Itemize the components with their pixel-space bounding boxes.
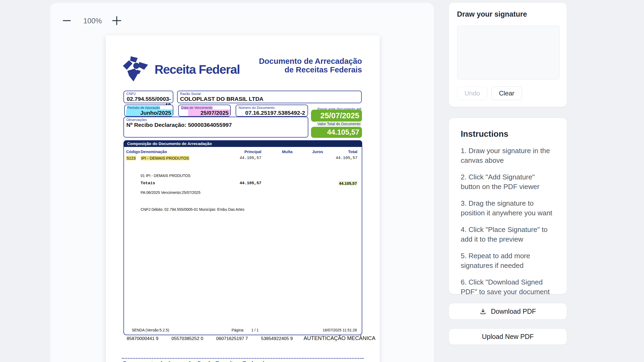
zoom-out-button[interactable] — [61, 15, 73, 27]
plus-icon — [111, 15, 122, 27]
instruction-item: 4. Click "Place Signature" to add it to … — [461, 225, 555, 244]
receita-federal-logo-icon — [120, 56, 152, 84]
table-row-total: 44.105,57 — [336, 156, 357, 160]
undo-button[interactable]: Undo — [457, 87, 487, 100]
footer-app-version: SENDA (Versão:5.2.5) — [132, 328, 169, 332]
minus-icon — [62, 16, 71, 26]
totals-label: Totais — [141, 181, 155, 186]
field-label: Data de Vencimento — [181, 106, 230, 110]
column-header: Código — [126, 149, 140, 154]
pay-until-badge: 25/07/2025 — [311, 110, 362, 122]
document-title: Documento de Arrecadação de Receitas Fed… — [259, 57, 362, 74]
footer-page-number: Página:1 / 1 — [232, 328, 259, 332]
instructions-title: Instructions — [461, 129, 555, 139]
column-header: Multa — [282, 149, 292, 154]
column-header: Principal — [244, 149, 261, 154]
field-value: 07.16.25197.5385492-2 — [236, 110, 308, 116]
download-icon — [480, 308, 486, 315]
table-row-denominacao: IPI - DEMAIS PRODUTOS — [141, 156, 189, 161]
column-header: Denominação — [141, 149, 167, 154]
field-value: Junho/2025 — [125, 110, 173, 116]
upload-new-pdf-button[interactable]: Upload New PDF — [449, 328, 567, 345]
field-label: Número do Documento — [239, 106, 308, 110]
instructions-card: Instructions 1. Draw your signature in t… — [449, 118, 567, 294]
table-detail-lines: 01 IPI - DEMAIS PRODUTOS PA:06/2025 Venc… — [141, 162, 244, 224]
instruction-item: 2. Click "Add Signature" button on the P… — [461, 172, 555, 191]
field-numero-documento: Número do Documento 07.16.25197.5385492-… — [236, 105, 308, 117]
composition-section: Composição do Documento de Arrecadação C… — [123, 140, 362, 335]
field-data-vencimento: Data de Vencimento 25/07/2025 — [178, 105, 231, 117]
cut-dashed-line — [122, 358, 364, 359]
signature-buttons: Undo Clear — [457, 87, 559, 100]
totals-principal: 44.105,57 — [240, 181, 261, 186]
field-value: Nº Recibo Declaração: 50000364055997 — [124, 122, 308, 128]
field-cnpj: CNPJ 02.794.555/0003-40 — [123, 91, 173, 103]
signature-card: Draw your signature Undo Clear — [449, 2, 567, 107]
next-section-title: Documento de Arrecadação de Receitas Fed… — [123, 360, 268, 362]
totals-total: 44.105,57 — [338, 181, 357, 186]
field-periodo-apuracao: Período de Apuração Junho/2025 — [124, 105, 173, 117]
zoom-in-button[interactable] — [111, 15, 123, 27]
footer-datetime: 16/07/2025 11:51:28 — [323, 328, 357, 332]
field-label: CNPJ — [126, 92, 173, 96]
column-header: Juros — [312, 149, 323, 154]
field-label: Razão Social — [180, 92, 361, 96]
instruction-item: 3. Drag the signature to position it any… — [461, 198, 555, 218]
field-observacoes: Observações Nº Recibo Declaração: 500003… — [123, 117, 308, 138]
total-label: Valor Total do Documento — [316, 122, 361, 126]
zoom-level: 100% — [76, 17, 109, 25]
field-razao-social: Razão Social COLOPLAST DO BRASIL LTDA — [177, 91, 362, 103]
column-header: Total — [348, 149, 357, 154]
field-value: COLOPLAST DO BRASIL LTDA — [178, 96, 361, 102]
table-row-principal: 44.105,57 — [240, 156, 261, 160]
pdf-viewer-card: 100% Receita Federal Documento de Arreca… — [50, 2, 434, 362]
section-title-bar: Composição do Documento de Arrecadação — [124, 141, 362, 147]
download-label: Download PDF — [491, 308, 536, 315]
instruction-item: 5. Repeat to add more signatures if need… — [461, 251, 555, 270]
field-value: 25/07/2025 — [179, 110, 230, 116]
total-badge: 44.105,57 — [311, 127, 362, 138]
instruction-item: 1. Draw your signature in the canvas abo… — [461, 146, 555, 165]
auth-mecanica-label: AUTENTICAÇÃO MECÂNICA — [303, 335, 375, 341]
document-footer: SENDA (Versão:5.2.5) Página:1 / 1 16/07/… — [124, 328, 362, 333]
barcode-numbers: 85870000441 9 05570385252 0 06071625197 … — [127, 336, 305, 341]
logo-wordmark: Receita Federal — [155, 62, 240, 77]
pdf-page: Receita Federal Documento de Arrecadação… — [106, 35, 380, 362]
table-row-codigo: 5123 — [126, 156, 136, 161]
signature-canvas[interactable] — [457, 25, 560, 80]
field-label: Período de Apuração — [127, 106, 173, 110]
download-pdf-button[interactable]: Download PDF — [449, 303, 567, 320]
upload-label: Upload New PDF — [482, 333, 534, 341]
clear-button[interactable]: Clear — [491, 87, 522, 100]
instruction-item: 6. Click "Download Signed PDF" to save y… — [461, 277, 555, 297]
signature-title: Draw your signature — [457, 10, 559, 19]
field-label: Observações — [126, 118, 308, 122]
